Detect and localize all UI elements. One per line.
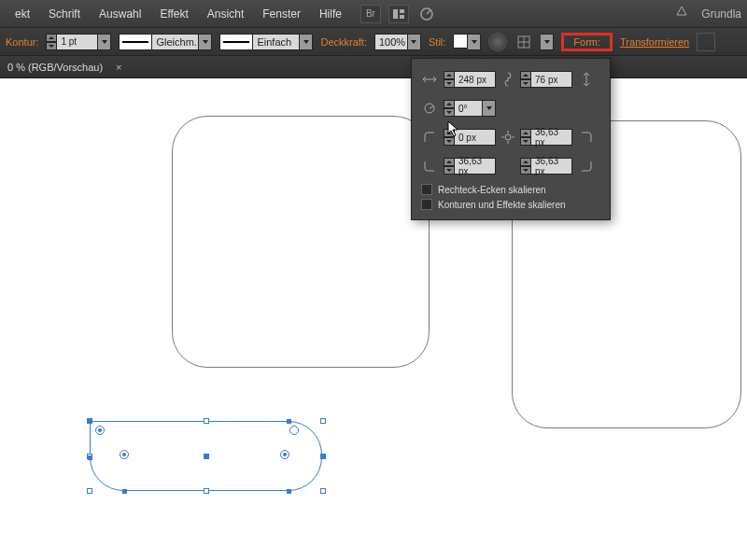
menu-item[interactable]: Effekt (150, 7, 197, 21)
stroke-profile-field[interactable]: Gleichm. (119, 34, 212, 50)
shape-properties-panel: 248 px 76 px 0° 0 px 36,63 px 36,63 px 3… (411, 58, 611, 220)
live-corner-widget[interactable] (120, 450, 129, 459)
corner-bl-field[interactable]: 36,63 px (444, 158, 496, 175)
menu-bar: ekt Schrift Auswahl Effekt Ansicht Fenst… (0, 0, 747, 28)
bbox-handle[interactable] (320, 418, 326, 424)
svg-point-11 (505, 134, 511, 140)
corner-bl-icon (421, 158, 438, 175)
stroke-label: Kontur: (6, 36, 38, 48)
close-tab-icon[interactable]: × (116, 62, 121, 73)
scale-corners-row[interactable]: Rechteck-Ecken skalieren (421, 184, 600, 195)
corner-tr-icon (578, 129, 595, 146)
stroke-profile-preview (119, 34, 152, 50)
live-corner-widget[interactable] (95, 426, 105, 435)
opacity-dropdown[interactable] (408, 34, 421, 50)
stroke-width-dropdown[interactable] (98, 34, 111, 50)
rotate-icon (421, 100, 438, 117)
anchor-point[interactable] (88, 419, 92, 424)
scale-strokes-checkbox[interactable] (421, 199, 432, 210)
workspace-label[interactable]: Grundla (701, 7, 741, 21)
anchor-point[interactable] (287, 489, 291, 494)
cursor-icon (447, 120, 460, 137)
svg-rect-1 (400, 9, 404, 13)
live-corner-widget[interactable] (280, 450, 289, 459)
bridge-icon[interactable]: Br (360, 5, 381, 23)
recolor-icon[interactable] (488, 33, 507, 51)
stroke-width-field[interactable]: 1 pt (46, 34, 111, 50)
align-dropdown[interactable] (541, 34, 554, 50)
control-bar: Kontur: 1 pt Gleichm. Einfach Deckkraft:… (0, 28, 747, 56)
bbox-handle[interactable] (204, 418, 209, 424)
canvas[interactable] (0, 78, 747, 560)
brush-dropdown[interactable] (300, 34, 313, 50)
style-swatch (453, 34, 468, 49)
gpu-icon[interactable] (416, 5, 437, 23)
scale-strokes-label: Konturen und Effekte skalieren (438, 200, 566, 210)
svg-rect-0 (393, 9, 398, 19)
scale-corners-label: Rechteck-Ecken skalieren (438, 185, 546, 195)
menu-item[interactable]: Schrift (39, 7, 90, 21)
svg-rect-2 (400, 15, 404, 19)
arrange-docs-icon[interactable] (388, 5, 409, 23)
opacity-field[interactable]: 100% (374, 34, 421, 50)
corner-br-icon (578, 158, 595, 175)
menu-item[interactable]: Ansicht (198, 7, 253, 21)
bbox-handle[interactable] (204, 488, 209, 494)
width-field[interactable]: 248 px (444, 71, 496, 88)
isolate-icon[interactable] (697, 33, 715, 51)
corner-br-field[interactable]: 36,63 px (520, 158, 572, 175)
svg-line-3 (427, 10, 430, 14)
brush-preview (219, 34, 253, 50)
opacity-label: Deckkraft: (320, 36, 367, 48)
document-tab-bar: 0 % (RGB/Vorschau) × (0, 56, 747, 78)
shape-rect-1[interactable] (172, 116, 430, 368)
anchor-point[interactable] (88, 455, 92, 460)
transform-button[interactable]: Transformieren (620, 36, 689, 48)
style-dropdown[interactable] (468, 34, 481, 50)
align-icon[interactable] (514, 33, 533, 51)
corner-tr-field[interactable]: 36,63 px (520, 129, 572, 146)
menu-item[interactable]: Auswahl (90, 7, 150, 21)
bbox-handle[interactable] (87, 488, 92, 494)
notification-icon[interactable] (675, 6, 688, 21)
anchor-point[interactable] (122, 489, 127, 494)
height-icon (578, 71, 595, 88)
brush-field[interactable]: Einfach (219, 34, 313, 50)
scale-strokes-row[interactable]: Konturen und Effekte skalieren (421, 199, 600, 210)
height-field[interactable]: 76 px (520, 71, 572, 88)
document-tab-title: 0 % (RGB/Vorschau) (7, 62, 103, 73)
menu-item[interactable]: Hilfe (310, 7, 351, 21)
anchor-point[interactable] (287, 419, 291, 424)
link-wh-icon[interactable] (501, 68, 514, 91)
link-corners-icon[interactable] (501, 126, 514, 148)
document-tab[interactable]: 0 % (RGB/Vorschau) × (7, 62, 122, 73)
scale-corners-checkbox[interactable] (421, 184, 432, 195)
bbox-handle[interactable] (320, 488, 326, 494)
svg-line-10 (430, 106, 433, 108)
width-icon (421, 71, 438, 88)
shape-button[interactable]: Form: (561, 33, 613, 51)
angle-dropdown[interactable] (483, 100, 496, 117)
center-point[interactable] (204, 454, 209, 459)
menu-item[interactable]: ekt (6, 7, 39, 21)
style-label: Stil: (429, 36, 445, 48)
anchor-point[interactable] (320, 454, 325, 458)
corner-tl-icon (421, 129, 438, 146)
style-field[interactable] (453, 34, 481, 50)
menu-item[interactable]: Fenster (253, 7, 310, 21)
angle-field[interactable]: 0° (444, 100, 496, 117)
stroke-profile-dropdown[interactable] (199, 34, 212, 50)
live-corner-widget[interactable] (289, 426, 299, 435)
